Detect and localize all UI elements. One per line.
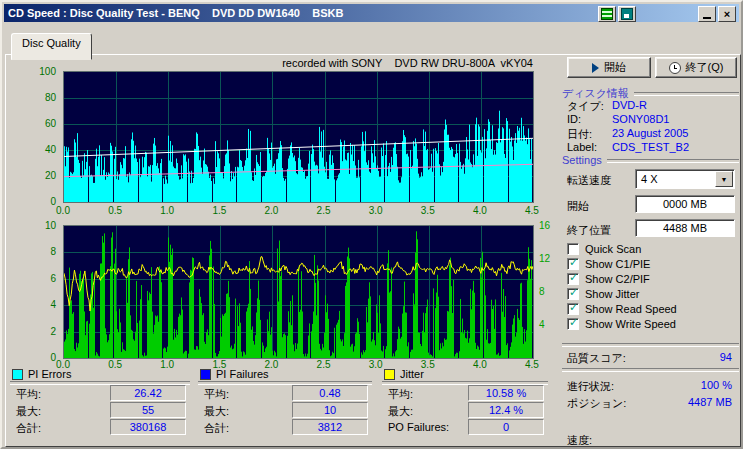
axis-tick-label: 40 [45, 144, 56, 155]
pi-failures-swatch-icon [200, 369, 211, 380]
pi-errors-stat-value: 55 [110, 402, 186, 418]
pi-failures-stat-value: 10 [292, 402, 368, 418]
end-position-input[interactable]: 4488 MB [635, 219, 735, 237]
pi-errors-title: PI Errors [28, 368, 71, 380]
disc-info-label: Label: [567, 141, 597, 153]
window-title: CD Speed : Disc Quality Test - BENQ DVD … [4, 7, 343, 19]
checked-checkbox-icon[interactable]: ✓ [567, 258, 579, 270]
pi-errors-legend: PI Errors [12, 368, 71, 380]
jitter-title: Jitter [400, 368, 424, 380]
speed-dropdown-button[interactable]: ▼ [715, 171, 733, 187]
unchecked-checkbox-icon[interactable] [567, 243, 579, 255]
check-icon: ✓ [569, 271, 578, 284]
start-icon [592, 63, 599, 73]
axis-tick-label: 10 [45, 220, 56, 231]
titlebar-spacer [638, 14, 696, 15]
pi-failures-stat-value: 0.48 [292, 385, 368, 401]
pi-failures-stat-label: 合計: [204, 421, 229, 436]
quality-score-value: 94 [650, 351, 732, 363]
quality-score-label: 品質スコア: [567, 351, 626, 366]
checkbox-show-read-speed[interactable]: ✓Show Read Speed [567, 302, 677, 315]
check-icon: ✓ [569, 301, 578, 314]
quit-button-label: 終了(Q) [686, 60, 724, 75]
checkbox-quick-scan[interactable]: Quick Scan [567, 242, 641, 255]
disk-icon [621, 8, 633, 20]
chevron-down-icon: ▼ [721, 176, 728, 183]
disc-info-row: ID:SONY08D1 [567, 113, 739, 126]
pi-failures-panel: PI Failures平均:0.48最大:10合計:3812 [198, 368, 372, 442]
axis-tick-label: 4.5 [519, 205, 545, 216]
axis-tick-label: 20 [45, 170, 56, 181]
settings-header: Settings [562, 154, 739, 166]
axis-tick-label: 0.0 [50, 205, 76, 216]
minimize-button[interactable] [698, 6, 716, 22]
tab-disc-quality[interactable]: Disc Quality [11, 33, 92, 60]
progress-value: 100 % [650, 379, 732, 391]
chart-window-button[interactable] [598, 6, 616, 22]
disc-info-value: DVD-R [612, 99, 647, 111]
separator [562, 368, 739, 372]
axis-tick-label: 0.5 [102, 205, 128, 216]
disc-info-label: タイプ: [567, 100, 604, 112]
position-value: 4487 MB [650, 396, 732, 408]
pi-errors-stat-value: 380168 [110, 419, 186, 435]
checkbox-show-c2-pif[interactable]: ✓Show C2/PIF [567, 272, 650, 285]
disc-info-label: 日付: [567, 128, 592, 140]
jitter-stat-value: 0 [468, 419, 544, 435]
pi-errors-stat-label: 最大: [16, 404, 41, 419]
axis-tick-label: 100 [39, 66, 56, 77]
axis-tick-label: 3.0 [363, 205, 389, 216]
jitter-stat-value: 12.4 % [468, 402, 544, 418]
checked-checkbox-icon[interactable]: ✓ [567, 273, 579, 285]
start-position-label: 開始 [567, 199, 589, 214]
axis-tick-label: 80 [45, 92, 56, 103]
checkbox-label: Show Jitter [585, 288, 639, 300]
checkbox-show-jitter[interactable]: ✓Show Jitter [567, 287, 639, 300]
jitter-stat-value: 10.58 % [468, 385, 544, 401]
axis-tick-label: 4 [50, 299, 56, 310]
jitter-swatch-icon [384, 369, 395, 380]
start-button[interactable]: 開始 [567, 57, 651, 78]
axis-tick-label: 12 [539, 253, 550, 264]
disc-info-row: 日付:23 August 2005 [567, 127, 739, 140]
axis-tick-label: 4 [539, 319, 545, 330]
speed-select[interactable]: 4 X ▼ [635, 169, 735, 189]
jitter-stat-label: 最大: [388, 404, 413, 419]
pi-failures-stat-value: 3812 [292, 419, 368, 435]
pi-errors-stat-label: 合計: [16, 421, 41, 436]
axis-tick-label: 2.0 [258, 205, 284, 216]
disc-info-label: ID: [567, 113, 581, 125]
titlebar[interactable]: CD Speed : Disc Quality Test - BENQ DVD … [4, 4, 739, 22]
checked-checkbox-icon[interactable]: ✓ [567, 318, 579, 330]
checked-checkbox-icon[interactable]: ✓ [567, 288, 579, 300]
minimize-icon [703, 17, 711, 19]
position-label: ポジション: [567, 396, 626, 411]
checkbox-show-c1-pie[interactable]: ✓Show C1/PIE [567, 257, 650, 270]
axis-tick-label: 2 [50, 326, 56, 337]
pi-failures-stat-label: 最大: [204, 404, 229, 419]
disc-info-row: タイプ:DVD-R [567, 99, 739, 112]
jitter-stat-label: 平均: [388, 387, 413, 402]
quit-button[interactable]: 終了(Q) [655, 57, 737, 78]
checked-checkbox-icon[interactable]: ✓ [567, 303, 579, 315]
close-button[interactable]: × [718, 6, 736, 22]
pie-chart-y-axis: 100806040200 [28, 71, 60, 211]
axis-tick-label: 6 [50, 273, 56, 284]
disc-info-value: 23 August 2005 [612, 127, 688, 139]
jitter-panel: Jitter平均:10.58 %最大:12.4 %PO Failures:0 [382, 368, 548, 442]
checkbox-label: Show Write Speed [585, 318, 676, 330]
axis-tick-label: 1.0 [154, 205, 180, 216]
start-button-label: 開始 [604, 60, 626, 75]
save-button[interactable] [618, 6, 636, 22]
jitter-chart-y-axis: 161284 [536, 225, 562, 367]
start-position-input[interactable]: 0000 MB [635, 195, 735, 213]
pi-failures-stat-label: 平均: [204, 387, 229, 402]
chart-icon [601, 8, 613, 20]
settings-header-label: Settings [562, 154, 602, 166]
checkbox-show-write-speed[interactable]: ✓Show Write Speed [567, 317, 676, 330]
tab-label: Disc Quality [22, 37, 81, 49]
close-icon: × [724, 9, 730, 19]
pie-errors-chart [63, 71, 534, 203]
disc-info-value: CDS_TEST_B2 [612, 141, 689, 153]
pi-errors-stat-label: 平均: [16, 387, 41, 402]
